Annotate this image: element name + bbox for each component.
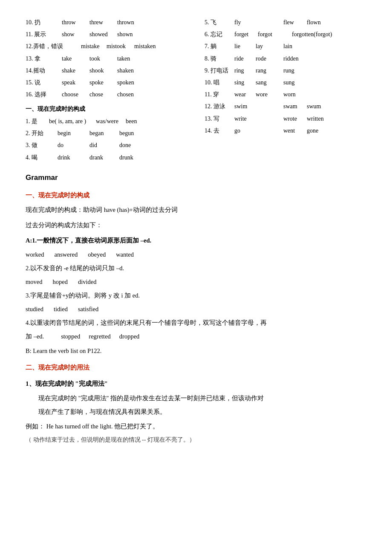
table-row: 9. 打电话 ring rang rung [205,65,366,76]
verb-past: began [89,128,119,139]
rule1-words: worked answered obeyed wanted [26,249,366,260]
verb-num: 15. 说 [26,77,62,88]
verb-past: lay [256,41,283,52]
verb-base: mistake [81,41,107,52]
verb-pp: thrown [117,17,134,28]
verb-past: drank [89,152,119,163]
verb-pp: written [307,113,324,124]
verb-base: take [62,53,89,64]
verb-base: wear [234,89,256,100]
table-row: 10. 唱 sing sang sung [205,77,366,88]
verb-pp: begun [119,128,134,139]
rule4-text: 4.以重读闭音节结尾的词，这些词的末尾只有一个辅音字母时，双写这个辅音字母，再 [26,317,366,328]
verb-past: did [89,140,119,150]
subsection1-title: 1、现在完成时的 "完成用法" [26,379,366,390]
verb-num: 4. 喝 [26,152,58,163]
rule2-text: 2.以不发音的 -e 结尾的动词只加 –d. [26,263,366,274]
table-row: 6. 忘记 forget forgot forgotten(forgot) [205,29,366,40]
verb-past2: went [283,125,307,136]
table-row: 11. 穿 wear wore worn [205,89,366,100]
verb-past: threw [89,17,117,28]
verb-num: 12. 游泳 [205,101,234,112]
verb-pp: been [126,116,137,127]
verb-base: forget [234,29,258,40]
verb-pp: lain [283,41,292,52]
verb-num: 10. 唱 [205,77,234,88]
verb-pp: rung [283,65,294,76]
verb-past: showed [89,29,117,40]
verb-past: forgot [258,29,283,40]
verb-past2: flew [283,17,307,28]
table-row: 4. 喝 drink drank drunk [26,152,187,163]
verb-base: begin [58,128,89,139]
verb-num: 1. 是 [26,116,49,127]
verb-col-left: 10. 扔 throw threw thrown 11. 展示 show sho… [26,17,196,164]
table-row: 12.弄错，错误 mistake mistook mistaken [26,41,187,52]
table-row: 11. 展示 show showed shown [26,29,187,40]
verb-base: show [62,29,89,40]
verb-pp: spoken [117,77,134,88]
verb-num: 16. 选择 [26,89,62,100]
section1-intro: 现在完成时的构成：助动词 have (has)+动词的过去分词 [26,204,366,215]
verb-num: 12.弄错，错误 [26,41,81,52]
verb-pp: drunk [119,152,133,163]
rule1-text: A:1.一般情况下，直接在动词原形后面加 –ed. [26,235,366,246]
verb-base: ride [234,53,256,64]
verb-pp: worn [283,89,296,100]
verb-num: 9. 打电话 [205,65,234,76]
verb-num: 14. 去 [205,125,234,136]
table-row: 8. 骑 ride rode ridden [205,53,366,64]
verb-base: write [234,113,256,124]
verb-base: shake [62,65,89,76]
verb-past: sang [256,77,283,88]
verb-base: fly [234,17,256,28]
verb-num: 7. 躺 [205,41,234,52]
verb-past2: swam [283,101,307,112]
verb-pp: forgotten(forgot) [292,29,332,40]
table-row: 13. 写 write wrote written [205,113,366,124]
verb-base: drink [58,152,89,163]
table-row: 5. 飞 fly flew flown [205,17,366,28]
verb-base: lie [234,41,256,52]
verb-num: 3. 做 [26,140,58,150]
verb-base: swim [234,101,256,112]
table-row: 16. 选择 choose chose chosen [26,89,187,100]
verb-past2: wrote [283,113,307,124]
table-row: 7. 躺 lie lay lain [205,41,366,52]
verb-past: rang [256,65,283,76]
section1-title: 一、现在完成时的构成 [26,190,366,201]
table-row: 13. 拿 take took taken [26,53,187,64]
verb-base: be( is, am, are ) [49,116,96,127]
rule2-words: moved hoped divided [26,276,366,287]
verb-pp: ridden [283,53,299,64]
verb-pp: shown [117,29,133,40]
verb-num: 13. 写 [205,113,234,124]
subsection1-example: 例如： He has turned off the light. 他已把灯关了。 [26,421,366,432]
verb-past: mistook [107,41,134,52]
verb-num: 13. 拿 [26,53,62,64]
verb-pp: sung [283,77,294,88]
verb-past: wore [256,89,283,100]
verb-past: rode [256,53,283,64]
verb-past: chose [89,89,117,100]
verb-pp: mistaken [134,41,156,52]
verb-col-right: 5. 飞 fly flew flown 6. 忘记 forget forgot … [196,17,366,164]
table-row: 10. 扔 throw threw thrown [26,17,187,28]
page-content: 10. 扔 throw threw thrown 11. 展示 show sho… [26,17,366,445]
table-row: 14.摇动 shake shook shaken [26,65,187,76]
verb-num: 6. 忘记 [205,29,234,40]
verb-past: was/were [96,116,126,127]
verb-num: 11. 穿 [205,89,234,100]
table-row: 3. 做 do did done [26,140,187,150]
verb-base: throw [62,17,89,28]
verb-num: 11. 展示 [26,29,62,40]
verb-pp: taken [117,53,130,64]
rule3-words: studied tidied satisfied [26,304,366,315]
verb-past: spoke [89,77,117,88]
verb-num: 10. 扔 [26,17,62,28]
verb-table-main: 10. 扔 throw threw thrown 11. 展示 show sho… [26,17,366,164]
rule3-text: 3.字尾是辅音+y的动词。则将 y 改 i 加 ed. [26,290,366,301]
verb-pp: shaken [117,65,134,76]
verb-num: 5. 飞 [205,17,234,28]
verb-pp: done [119,140,131,150]
